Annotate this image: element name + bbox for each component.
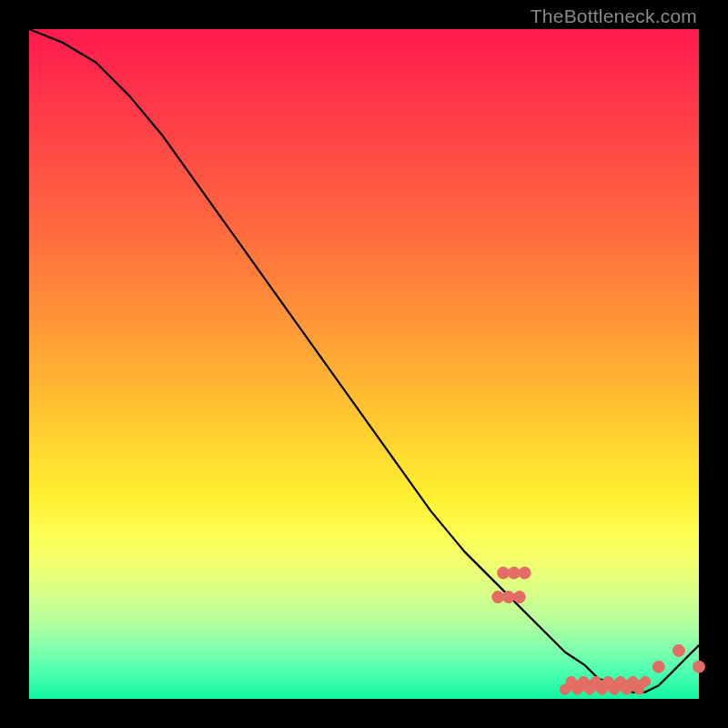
- data-marker: [641, 676, 651, 686]
- marker-layer: [492, 567, 705, 694]
- plot-area: [29, 29, 699, 699]
- data-marker: [492, 592, 504, 603]
- data-marker: [513, 592, 525, 603]
- data-marker: [498, 567, 510, 579]
- attribution-label: TheBottleneck.com: [531, 5, 697, 27]
- data-marker: [652, 661, 664, 672]
- chart-overlay: [29, 29, 699, 699]
- bottleneck-curve: [29, 29, 699, 693]
- data-marker: [508, 567, 520, 579]
- data-marker: [519, 567, 531, 579]
- data-marker: [503, 592, 515, 603]
- data-marker: [693, 661, 705, 672]
- chart-frame: TheBottleneck.com: [0, 0, 728, 728]
- data-marker: [672, 645, 684, 657]
